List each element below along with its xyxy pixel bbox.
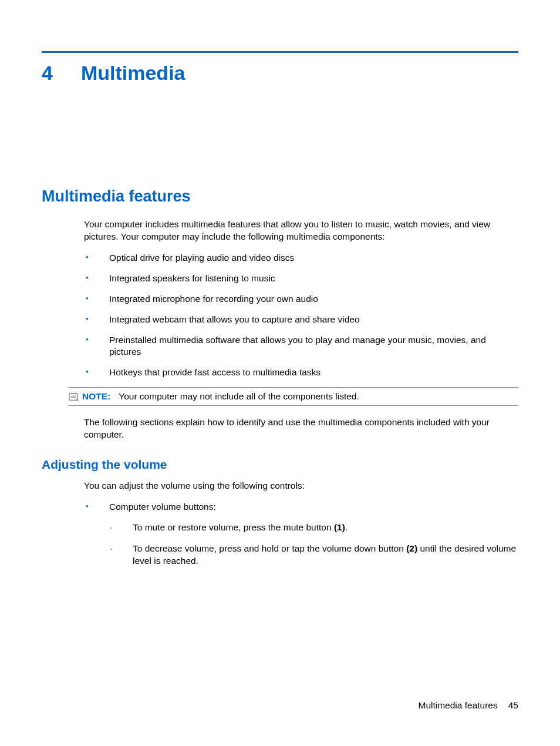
- note-icon: [68, 392, 80, 401]
- outro-paragraph: The following sections explain how to id…: [84, 416, 518, 441]
- volume-intro-paragraph: You can adjust the volume using the foll…: [84, 480, 518, 492]
- component-list: Optical drive for playing audio and vide…: [84, 252, 518, 379]
- section-heading-multimedia-features: Multimedia features: [42, 187, 518, 206]
- list-item: Preinstalled multimedia software that al…: [84, 334, 518, 359]
- footer-section-title: Multimedia features: [418, 700, 497, 710]
- list-item: Integrated microphone for recording your…: [84, 293, 518, 305]
- sub-item-text: To mute or restore volume, press the mut…: [133, 522, 334, 532]
- sub-list-item: To mute or restore volume, press the mut…: [109, 522, 518, 534]
- list-item: Integrated webcam that allows you to cap…: [84, 314, 518, 326]
- chapter-heading: 4Multimedia: [42, 62, 518, 85]
- button-reference: (2): [406, 543, 417, 553]
- note-callout: NOTE: Your computer may not include all …: [68, 387, 518, 406]
- sub-item-text: To decrease volume, press and hold or ta…: [133, 543, 406, 553]
- page-footer: Multimedia features45: [418, 700, 518, 711]
- list-item: Computer volume buttons: To mute or rest…: [84, 501, 518, 567]
- sub-item-text-end: .: [345, 522, 348, 532]
- note-text: Your computer may not include all of the…: [119, 391, 359, 402]
- list-item: Integrated speakers for listening to mus…: [84, 273, 518, 285]
- footer-page-number: 45: [508, 700, 518, 710]
- volume-controls-list: Computer volume buttons: To mute or rest…: [84, 501, 518, 567]
- document-page: 4Multimedia Multimedia features Your com…: [0, 0, 560, 567]
- section-heading-adjusting-volume: Adjusting the volume: [42, 458, 518, 472]
- list-item: Optical drive for playing audio and vide…: [84, 252, 518, 264]
- sub-list-item: To decrease volume, press and hold or ta…: [109, 543, 518, 567]
- button-reference: (1): [334, 522, 345, 532]
- note-label: NOTE:: [82, 391, 110, 402]
- list-item: Hotkeys that provide fast access to mult…: [84, 367, 518, 379]
- chapter-title: Multimedia: [81, 62, 185, 84]
- volume-buttons-sublist: To mute or restore volume, press the mut…: [109, 522, 518, 567]
- list-item-text: Computer volume buttons:: [109, 502, 216, 512]
- chapter-divider-rule: [42, 51, 518, 53]
- intro-paragraph: Your computer includes multimedia featur…: [84, 219, 518, 243]
- chapter-number: 4: [42, 62, 53, 85]
